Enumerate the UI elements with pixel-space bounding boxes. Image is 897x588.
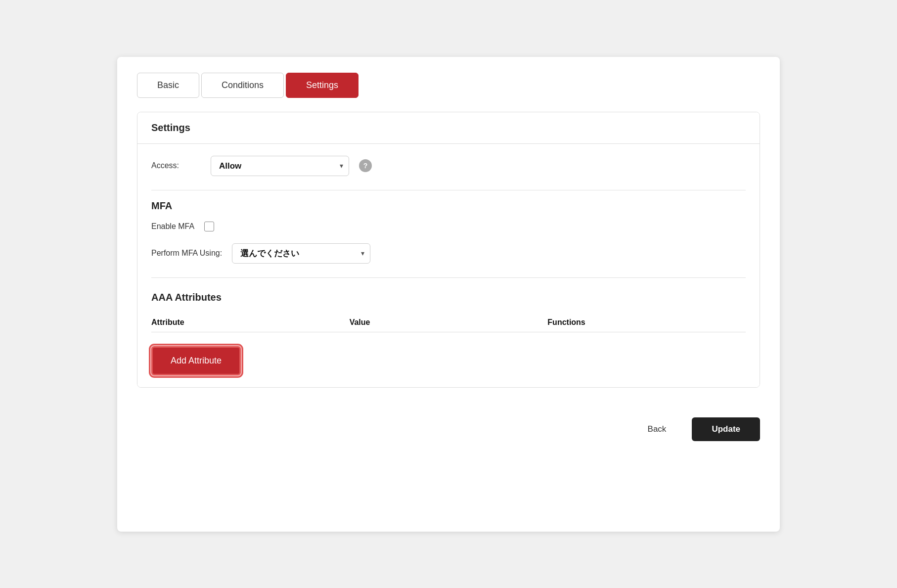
help-icon[interactable]: ? — [359, 159, 372, 172]
add-attribute-button[interactable]: Add Attribute — [151, 346, 241, 375]
settings-card-body: Access: Allow Deny ▾ ? MFA Enable MFA — [137, 144, 760, 387]
column-attribute: Attribute — [151, 318, 350, 327]
access-select-wrapper: Allow Deny ▾ — [211, 156, 349, 176]
back-button[interactable]: Back — [630, 417, 684, 441]
aaa-section-title: AAA Attributes — [151, 292, 746, 303]
column-functions: Functions — [547, 318, 746, 327]
aaa-attributes-section: AAA Attributes Attribute Value Functions… — [151, 292, 746, 375]
tab-settings[interactable]: Settings — [286, 73, 359, 98]
aaa-divider — [151, 277, 746, 278]
perform-mfa-select[interactable]: 選んでください — [232, 243, 370, 264]
enable-mfa-label: Enable MFA — [151, 222, 194, 231]
add-attribute-wrapper: Add Attribute — [151, 346, 241, 375]
mfa-divider — [151, 190, 746, 190]
attributes-table-header: Attribute Value Functions — [151, 313, 746, 332]
enable-mfa-row: Enable MFA — [151, 222, 746, 231]
bottom-actions: Back Update — [137, 417, 760, 441]
tab-conditions[interactable]: Conditions — [201, 73, 284, 98]
mfa-section-title: MFA — [151, 200, 746, 212]
access-row: Access: Allow Deny ▾ ? — [151, 156, 746, 176]
mfa-section: MFA Enable MFA Perform MFA Using: 選んでくださ… — [151, 200, 746, 264]
update-button[interactable]: Update — [692, 417, 760, 441]
column-value: Value — [350, 318, 548, 327]
access-label: Access: — [151, 161, 201, 170]
enable-mfa-checkbox[interactable] — [204, 222, 214, 231]
perform-mfa-row: Perform MFA Using: 選んでください ▾ — [151, 243, 746, 264]
tab-basic[interactable]: Basic — [137, 73, 199, 98]
perform-mfa-select-wrapper: 選んでください ▾ — [232, 243, 370, 264]
settings-card-header: Settings — [137, 112, 760, 144]
page-container: Basic Conditions Settings Settings Acces… — [117, 57, 780, 532]
settings-card: Settings Access: Allow Deny ▾ ? MFA — [137, 112, 760, 388]
access-select[interactable]: Allow Deny — [211, 156, 349, 176]
perform-mfa-label: Perform MFA Using: — [151, 249, 222, 258]
attributes-table: Attribute Value Functions — [151, 313, 746, 332]
tab-bar: Basic Conditions Settings — [137, 73, 760, 98]
settings-card-title: Settings — [151, 122, 746, 134]
